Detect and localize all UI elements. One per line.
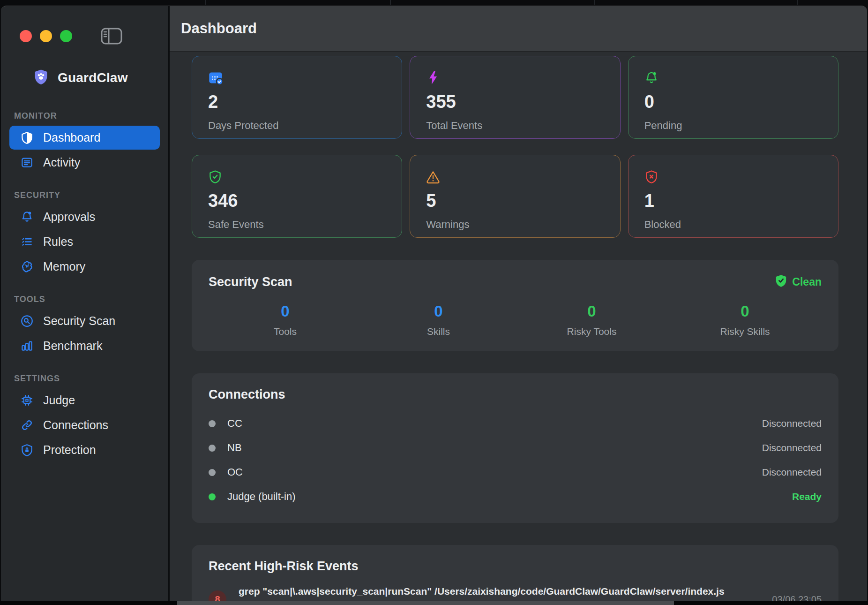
- app-logo: GuardClaw: [34, 69, 168, 87]
- stat-value: 2: [208, 92, 402, 112]
- connections-panel: Connections CC Disconnected NB Disconnec…: [192, 373, 838, 523]
- page-title: Dashboard: [181, 20, 257, 37]
- close-window-button[interactable]: [20, 30, 32, 42]
- event-row[interactable]: 8 grep "scan|\.aws|security_scan|runScan…: [209, 586, 822, 601]
- metric-label: Risky Skills: [668, 326, 822, 337]
- stat-card-pending: 0 Pending: [628, 56, 838, 139]
- header: Dashboard: [170, 6, 867, 52]
- clean-shield-icon: [775, 274, 787, 290]
- status-dot-icon: [209, 420, 216, 427]
- sidebar-item-security-scan[interactable]: Security Scan: [9, 309, 160, 333]
- bell-icon: [20, 211, 34, 223]
- security-scan-title: Security Scan: [209, 275, 292, 289]
- stat-card-total-events: 355 Total Events: [410, 56, 620, 139]
- sidebar-item-label: Benchmark: [43, 339, 102, 353]
- app-logo-icon: [34, 69, 48, 87]
- desktop-top-strip: [0, 0, 868, 6]
- sidebar-item-label: Protection: [43, 443, 96, 457]
- top-strip-divider: [594, 0, 595, 5]
- app-name: GuardClaw: [58, 70, 128, 85]
- background-window-edge: [177, 601, 674, 605]
- stat-label: Warnings: [426, 219, 620, 231]
- stat-value: 5: [426, 191, 620, 211]
- sidebar-item-connections[interactable]: Connections: [9, 413, 160, 437]
- sidebar-item-label: Connections: [43, 418, 108, 432]
- main-area: Dashboard: [170, 6, 867, 601]
- sidebar-nav: MONITOR Dashboard: [1, 111, 168, 462]
- app-window: GuardClaw MONITOR Dashboard: [1, 6, 867, 601]
- connection-name: OC: [227, 466, 243, 478]
- sidebar-item-judge[interactable]: Judge: [9, 388, 160, 412]
- stat-label: Days Protected: [208, 120, 402, 132]
- sidebar-item-rules[interactable]: Rules: [9, 230, 160, 254]
- connection-status: Disconnected: [762, 467, 822, 478]
- metric-value: 0: [668, 302, 822, 320]
- sidebar-item-protection[interactable]: Protection: [9, 438, 160, 462]
- connection-row-cc: CC Disconnected: [209, 411, 822, 436]
- status-dot-icon: [209, 445, 216, 452]
- stat-card-blocked: 1 Blocked: [628, 155, 838, 238]
- connection-name: CC: [227, 417, 242, 430]
- zoom-window-button[interactable]: [60, 30, 72, 42]
- risk-count-badge: 8: [209, 590, 226, 601]
- search-icon: [20, 315, 34, 327]
- status-dot-icon: [209, 469, 216, 476]
- stat-label: Blocked: [644, 219, 838, 231]
- metric-value: 0: [515, 302, 668, 320]
- brain-icon: [20, 260, 34, 273]
- metric-label: Risky Tools: [515, 326, 668, 337]
- recent-events-panel: Recent High-Risk Events 8 grep "scan|\.a…: [192, 545, 838, 601]
- metric-label: Tools: [209, 326, 362, 337]
- minimize-window-button[interactable]: [40, 30, 52, 42]
- top-strip-divider: [205, 0, 206, 5]
- connection-status: Ready: [792, 491, 822, 502]
- connection-row-nb: NB Disconnected: [209, 436, 822, 460]
- chip-icon: [20, 394, 34, 407]
- stat-value: 1: [644, 191, 838, 211]
- metric-value: 0: [209, 302, 362, 320]
- sidebar-item-label: Security Scan: [43, 314, 115, 328]
- metric-risky-tools: 0 Risky Tools: [515, 302, 668, 337]
- sidebar-item-label: Dashboard: [43, 131, 100, 144]
- sidebar-item-label: Approvals: [43, 210, 95, 224]
- sidebar-item-approvals[interactable]: Approvals: [9, 205, 160, 229]
- connection-list: CC Disconnected NB Disconnected OC Disco…: [209, 411, 822, 509]
- metric-skills: 0 Skills: [362, 302, 515, 337]
- dashboard-scroll-area[interactable]: 2 Days Protected 355 Total Events: [170, 52, 867, 601]
- sidebar-item-label: Judge: [43, 393, 75, 407]
- warning-icon: [426, 169, 620, 184]
- metric-risky-skills: 0 Risky Skills: [668, 302, 822, 337]
- event-text: grep "scan|\.aws|security_scan|runScan" …: [239, 586, 759, 601]
- bell-dot-icon: [644, 70, 838, 85]
- connection-name: Judge (built-in): [227, 491, 296, 503]
- status-dot-icon: [209, 493, 216, 500]
- section-label-settings: SETTINGS: [14, 374, 168, 384]
- top-strip-divider: [797, 0, 798, 5]
- calendar-check-icon: [208, 70, 402, 85]
- sidebar-item-dashboard[interactable]: Dashboard: [9, 126, 160, 150]
- traffic-lights: [20, 30, 72, 42]
- sidebar-item-benchmark[interactable]: Benchmark: [9, 334, 160, 358]
- benchmark-icon: [20, 340, 34, 352]
- sidebar-item-activity[interactable]: Activity: [9, 151, 160, 174]
- event-command: grep "scan|\.aws|security_scan|runScan" …: [239, 586, 759, 597]
- shield-icon: [20, 131, 34, 144]
- stat-grid: 2 Days Protected 355 Total Events: [192, 56, 838, 238]
- sidebar-item-memory[interactable]: Memory: [9, 255, 160, 279]
- connections-title: Connections: [209, 387, 822, 402]
- connection-status: Disconnected: [762, 442, 822, 454]
- scan-status-badge: Clean: [775, 274, 822, 290]
- window-titlebar: [1, 6, 168, 45]
- section-label-security: SECURITY: [14, 190, 168, 200]
- sidebar-item-label: Activity: [43, 156, 80, 169]
- shield-x-icon: [644, 169, 838, 184]
- stat-label: Total Events: [426, 120, 620, 132]
- stat-value: 355: [426, 92, 620, 112]
- shield-lock-icon: [20, 444, 34, 456]
- connection-row-judge: Judge (built-in) Ready: [209, 484, 822, 509]
- stat-value: 346: [208, 191, 402, 211]
- sidebar-toggle-icon[interactable]: [100, 27, 123, 45]
- section-label-monitor: MONITOR: [14, 111, 168, 121]
- shield-check-icon: [208, 169, 402, 184]
- desktop-bottom-strip: [0, 601, 868, 605]
